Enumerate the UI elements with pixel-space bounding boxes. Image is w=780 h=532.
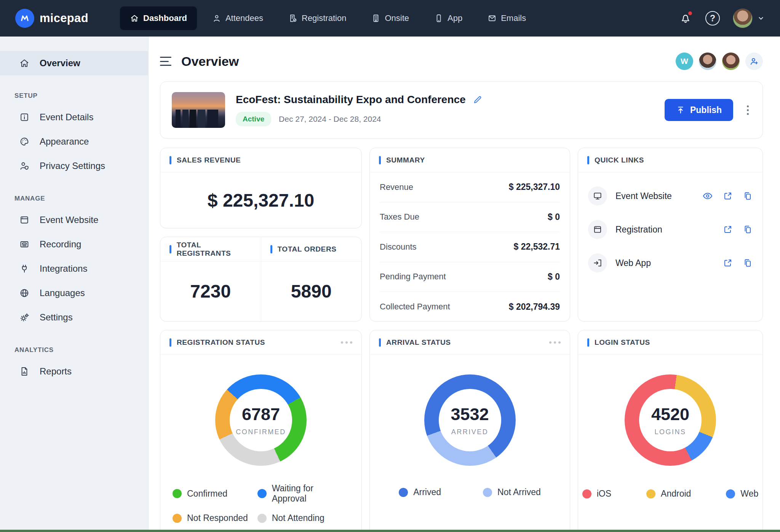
login-donut-chart: 4520 LOGINS <box>625 374 716 466</box>
card-title: LOGIN STATUS <box>595 338 650 347</box>
account-menu[interactable] <box>733 8 765 28</box>
edit-pencil-icon[interactable] <box>473 95 483 105</box>
browser-icon <box>588 220 607 239</box>
sidebar-section-analytics: ANALYTICS <box>0 346 148 354</box>
sidebar-item-event-website[interactable]: Event Website <box>0 208 148 232</box>
external-link-icon[interactable] <box>723 258 733 268</box>
page-title: Overview <box>181 54 239 69</box>
sidebar-item-overview[interactable]: Overview <box>0 51 148 75</box>
nav-tab-dashboard[interactable]: Dashboard <box>120 6 197 30</box>
totals-card: TOTAL REGISTRANTS 7230 TOTAL ORDERS 5890 <box>160 237 362 322</box>
privacy-shield-icon <box>19 161 30 171</box>
sidebar-item-privacy-settings[interactable]: Privacy Settings <box>0 154 148 178</box>
accent-bar <box>169 245 171 253</box>
registration-status-card: REGISTRATION STATUS 6787 CONFIRMED Confi… <box>160 330 362 530</box>
summary-row: Collected Payment $ 202,794.39 <box>380 292 560 322</box>
team-avatars: W <box>676 53 763 70</box>
quick-links-card: QUICK LINKS Event Website <box>578 148 763 322</box>
brand[interactable]: micepad <box>15 9 120 28</box>
sidebar-item-appearance[interactable]: Appearance <box>0 129 148 154</box>
accent-bar <box>587 156 589 164</box>
legend: Confirmed Waiting for Approval Not Respo… <box>160 483 361 523</box>
nav-tab-attendees[interactable]: Attendees <box>202 6 273 30</box>
nav-tab-onsite[interactable]: Onsite <box>361 6 419 30</box>
sidebar-item-integrations[interactable]: Integrations <box>0 256 148 281</box>
sidebar-item-settings[interactable]: Settings <box>0 305 148 330</box>
accent-bar <box>379 338 381 347</box>
card-title: TOTAL REGISTRANTS <box>177 241 252 258</box>
registration-doc-icon <box>288 14 297 23</box>
quick-link-web-app: Web App <box>588 246 753 280</box>
legend-item: Waiting for Approval <box>257 483 349 504</box>
team-avatar-photo[interactable] <box>699 53 716 70</box>
sales-revenue-card: SALES REVENUE $ 225,327.10 <box>160 148 362 228</box>
navbar-right: ? <box>679 8 765 28</box>
notifications-button[interactable] <box>679 11 692 25</box>
registration-donut-chart: 6787 CONFIRMED <box>215 374 307 466</box>
info-icon <box>19 112 30 123</box>
accent-bar <box>270 245 272 253</box>
event-dates: Dec 27, 2024 - Dec 28, 2024 <box>279 115 381 124</box>
help-button[interactable]: ? <box>705 11 720 25</box>
legend-item: Not Responded <box>173 513 257 523</box>
phone-icon <box>434 14 443 23</box>
sidebar-section-setup: SETUP <box>0 92 148 100</box>
sidebar-section-manage: MANAGE <box>0 195 148 202</box>
event-thumbnail <box>172 92 225 128</box>
legend-item: Arrived <box>399 487 441 497</box>
arrival-donut-chart: 3532 ARRIVED <box>424 374 516 466</box>
team-avatar-photo[interactable] <box>722 53 740 70</box>
legend: Arrived Not Arrived <box>370 487 570 497</box>
card-title: REGISTRATION STATUS <box>177 338 265 347</box>
micepad-logo-icon <box>15 9 34 28</box>
quick-link-event-website: Event Website <box>588 179 753 213</box>
sidebar: Overview SETUP Event Details Appearance … <box>0 37 149 530</box>
legend-item: Not Arrived <box>483 487 541 497</box>
login-arrow-icon <box>588 253 607 272</box>
copy-icon[interactable] <box>743 258 753 268</box>
plug-icon <box>19 263 30 274</box>
publish-upload-icon <box>676 105 685 115</box>
summary-card: SUMMARY Revenue $ 225,327.10 Taxes Due $… <box>369 148 570 322</box>
nav-tab-emails[interactable]: Emails <box>478 6 536 30</box>
nav-tab-app[interactable]: App <box>424 6 472 30</box>
summary-row: Discounts $ 22,532.71 <box>380 232 560 262</box>
total-registrants-value: 7230 <box>160 261 261 321</box>
sidebar-item-reports[interactable]: Reports <box>0 359 148 384</box>
app-window: micepad Dashboard Attendees Registration… <box>0 0 780 530</box>
person-icon <box>212 14 221 23</box>
sidebar-item-event-details[interactable]: Event Details <box>0 105 148 129</box>
palette-icon <box>19 136 30 147</box>
copy-icon[interactable] <box>743 191 753 201</box>
arrival-status-card: ARRIVAL STATUS 3532 ARRIVED Arrived <box>369 330 570 530</box>
accent-bar <box>169 338 171 347</box>
external-link-icon[interactable] <box>723 191 733 201</box>
event-more-menu[interactable] <box>745 103 751 117</box>
menu-toggle-icon[interactable] <box>160 57 171 66</box>
legend-item: Web <box>726 489 758 499</box>
chevron-down-icon <box>757 14 765 22</box>
card-title: SALES REVENUE <box>177 156 241 164</box>
preview-eye-icon[interactable] <box>702 191 713 201</box>
external-link-icon[interactable] <box>723 225 733 234</box>
gears-icon <box>19 312 30 323</box>
publish-button[interactable]: Publish <box>665 99 733 121</box>
team-avatar-initial[interactable]: W <box>676 53 693 70</box>
person-add-icon <box>749 56 759 66</box>
envelope-icon <box>488 14 497 23</box>
monitor-icon <box>588 186 607 205</box>
card-title: TOTAL ORDERS <box>278 245 337 253</box>
copy-icon[interactable] <box>743 225 753 234</box>
legend-item: Not Attending <box>257 513 349 523</box>
accent-bar <box>587 338 589 347</box>
nav-tab-registration[interactable]: Registration <box>278 6 356 30</box>
sidebar-item-recording[interactable]: Recording <box>0 232 148 256</box>
add-member-button[interactable] <box>745 53 763 70</box>
legend-item: Confirmed <box>173 483 257 504</box>
sidebar-item-languages[interactable]: Languages <box>0 281 148 305</box>
card-menu-button[interactable] <box>549 341 561 344</box>
home-icon <box>130 14 139 23</box>
card-menu-button[interactable] <box>341 341 352 344</box>
quick-link-registration: Registration <box>588 213 753 246</box>
status-badge: Active <box>236 112 271 126</box>
